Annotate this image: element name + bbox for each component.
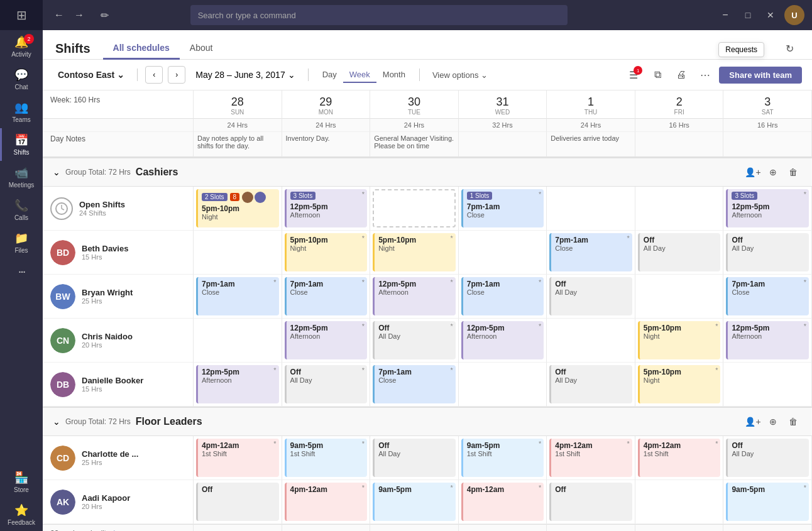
sidebar-item-meetings[interactable]: 📹 Meetings xyxy=(0,161,43,194)
open-shift-tue[interactable] xyxy=(370,187,459,231)
sidebar-item-files[interactable]: 📁 Files xyxy=(0,226,43,259)
open-shift-block-mon[interactable]: 3 Slots 12pm-5pm Afternoon * xyxy=(285,189,368,227)
add-person-button-floor-leaders[interactable]: 👤+ xyxy=(744,413,762,430)
bryan-shift-fri[interactable] xyxy=(635,275,724,319)
beth-shift-mon[interactable]: * 5pm-10pm Night xyxy=(282,231,371,275)
aadi-shift-mon[interactable]: * 4pm-12am xyxy=(282,480,371,524)
arrange-button-cashiers[interactable]: ⊕ xyxy=(764,163,782,181)
beth-block-mon[interactable]: * 5pm-10pm Night xyxy=(285,233,368,271)
maximize-button[interactable]: □ xyxy=(739,6,757,24)
aadi-block-sun[interactable]: Off xyxy=(196,483,279,521)
copy-button[interactable]: ⧉ xyxy=(647,65,667,85)
charlotte-shift-fri[interactable]: * 4pm-12am 1st Shift xyxy=(635,436,724,480)
close-button[interactable]: ✕ xyxy=(762,6,779,24)
refresh-button[interactable]: ↻ xyxy=(779,38,799,58)
beth-shift-wed[interactable] xyxy=(459,231,547,275)
schedule-selector[interactable]: Contoso East ⌄ xyxy=(53,67,129,82)
danielle-shift-thu[interactable]: Off All Day xyxy=(547,363,635,407)
open-shift-block-wed[interactable]: 1 Slots 7pm-1am Close * xyxy=(461,189,544,227)
more-options-button[interactable]: ⋯ xyxy=(695,65,715,85)
bryan-block-thu[interactable]: Off All Day xyxy=(549,277,632,315)
view-tab-week[interactable]: Week xyxy=(343,67,376,83)
sidebar-item-more[interactable]: ··· xyxy=(0,259,43,283)
danielle-shift-fri[interactable]: * 5pm-10pm Night xyxy=(635,363,724,407)
open-shift-fri[interactable] xyxy=(635,187,724,231)
charlotte-block-sat[interactable]: Off All Day xyxy=(726,439,809,477)
arrange-button-floor-leaders[interactable]: ⊕ xyxy=(764,413,782,430)
chris-shift-sat[interactable]: * 12pm-5pm Afternoon xyxy=(723,319,812,363)
danielle-shift-mon[interactable]: * Off All Day xyxy=(282,363,371,407)
view-options-button[interactable]: View options ⌄ xyxy=(427,68,493,82)
view-tab-month[interactable]: Month xyxy=(376,67,412,83)
sidebar-item-feedback[interactable]: ⭐ Feedback xyxy=(8,498,35,531)
view-tab-day[interactable]: Day xyxy=(316,67,343,83)
open-shift-thu[interactable] xyxy=(547,187,635,231)
back-button[interactable]: ← xyxy=(50,6,68,24)
charlotte-shift-tue[interactable]: Off All Day xyxy=(370,436,459,480)
charlotte-shift-sat[interactable]: Off All Day xyxy=(723,436,812,480)
group-collapse-icon-cashiers[interactable]: ⌄ xyxy=(53,167,60,177)
group-collapse-icon-floor-leaders[interactable]: ⌄ xyxy=(53,417,60,427)
bryan-block-sun[interactable]: * 7pm-1am Close xyxy=(196,277,279,315)
sidebar-item-calls[interactable]: 📞 Calls xyxy=(0,194,43,226)
sidebar-item-activity[interactable]: 🔔 Activity 2 xyxy=(0,30,43,63)
danielle-shift-wed[interactable] xyxy=(459,363,547,407)
requests-button[interactable]: ☰ 1 xyxy=(623,65,644,85)
open-shift-sun[interactable]: 2 Slots 8 5pm-10pm Night xyxy=(194,187,282,231)
sidebar-item-chat[interactable]: 💬 Chat xyxy=(0,63,43,96)
date-range-selector[interactable]: May 28 – June 3, 2017 ⌄ xyxy=(190,67,300,82)
compose-button[interactable]: ✏ xyxy=(96,6,113,24)
aadi-shift-sat[interactable]: * 9am-5pm xyxy=(723,480,812,524)
charlotte-block-fri[interactable]: * 4pm-12am 1st Shift xyxy=(638,439,721,477)
charlotte-block-mon[interactable]: * 9am-5pm 1st Shift xyxy=(285,439,368,477)
beth-shift-sun[interactable] xyxy=(194,231,282,275)
charlotte-block-wed[interactable]: * 9am-5pm 1st Shift xyxy=(461,439,544,477)
share-button[interactable]: Share with team xyxy=(719,67,802,84)
bryan-shift-sat[interactable]: * 7pm-1am Close xyxy=(723,275,812,319)
aadi-shift-thu[interactable]: Off xyxy=(547,480,635,524)
bryan-shift-wed[interactable]: * 7pm-1am Close xyxy=(459,275,547,319)
chris-block-sat[interactable]: * 12pm-5pm Afternoon xyxy=(726,321,809,359)
chris-block-tue[interactable]: * Off All Day xyxy=(373,321,456,359)
aadi-block-wed[interactable]: * 4pm-12am xyxy=(461,483,544,521)
danielle-block-fri[interactable]: * 5pm-10pm Night xyxy=(638,365,721,403)
bryan-shift-sun[interactable]: * 7pm-1am Close xyxy=(194,275,282,319)
chris-shift-tue[interactable]: * Off All Day xyxy=(370,319,459,363)
chris-block-mon[interactable]: * 12pm-5pm Afternoon xyxy=(285,321,368,359)
open-shift-block-sun[interactable]: 2 Slots 8 5pm-10pm Night xyxy=(196,189,279,227)
sidebar-item-teams[interactable]: 👥 Teams xyxy=(0,96,43,128)
aadi-shift-wed[interactable]: * 4pm-12am xyxy=(459,480,547,524)
add-person-button-cashiers[interactable]: 👤+ xyxy=(744,163,762,181)
charlotte-block-sun[interactable]: * 4pm-12am 1st Shift xyxy=(196,439,279,477)
open-shift-block-sat[interactable]: 3 Slots 12pm-5pm Afternoon * xyxy=(726,189,809,227)
user-avatar[interactable]: U xyxy=(784,5,804,25)
sidebar-item-shifts[interactable]: 📅 Shifts xyxy=(0,128,43,161)
bryan-shift-tue[interactable]: * 12pm-5pm Afternoon xyxy=(370,275,459,319)
danielle-block-mon[interactable]: * Off All Day xyxy=(285,365,368,403)
sidebar-item-store[interactable]: 🏪 Store xyxy=(8,466,35,498)
charlotte-block-thu[interactable]: * 4pm-12am 1st Shift xyxy=(549,439,632,477)
delete-button-cashiers[interactable]: 🗑 xyxy=(784,163,802,181)
chris-block-wed[interactable]: * 12pm-5pm Afternoon xyxy=(461,321,544,359)
beth-block-fri[interactable]: Off All Day xyxy=(638,233,721,271)
danielle-block-sun[interactable]: * 12pm-5pm Afternoon xyxy=(196,365,279,403)
open-shift-sat[interactable]: 3 Slots 12pm-5pm Afternoon * xyxy=(723,187,812,231)
chris-shift-fri[interactable]: * 5pm-10pm Night xyxy=(635,319,724,363)
charlotte-shift-thu[interactable]: * 4pm-12am 1st Shift xyxy=(547,436,635,480)
danielle-shift-sat[interactable] xyxy=(723,363,812,407)
beth-block-thu[interactable]: * 7pm-1am Close xyxy=(549,233,632,271)
open-shift-mon[interactable]: 3 Slots 12pm-5pm Afternoon * xyxy=(282,187,371,231)
chris-shift-sun[interactable] xyxy=(194,319,282,363)
chris-shift-thu[interactable] xyxy=(547,319,635,363)
charlotte-shift-mon[interactable]: * 9am-5pm 1st Shift xyxy=(282,436,371,480)
charlotte-shift-wed[interactable]: * 9am-5pm 1st Shift xyxy=(459,436,547,480)
danielle-shift-tue[interactable]: * 7pm-1am Close xyxy=(370,363,459,407)
aadi-block-tue[interactable]: * 9am-5pm xyxy=(373,483,456,521)
chris-block-fri[interactable]: * 5pm-10pm Night xyxy=(638,321,721,359)
beth-shift-fri[interactable]: Off All Day xyxy=(635,231,724,275)
beth-block-tue[interactable]: * 5pm-10pm Night xyxy=(373,233,456,271)
charlotte-shift-sun[interactable]: * 4pm-12am 1st Shift xyxy=(194,436,282,480)
bryan-block-tue[interactable]: * 12pm-5pm Afternoon xyxy=(373,277,456,315)
next-week-button[interactable]: › xyxy=(168,66,185,84)
tab-about[interactable]: About xyxy=(180,38,223,60)
